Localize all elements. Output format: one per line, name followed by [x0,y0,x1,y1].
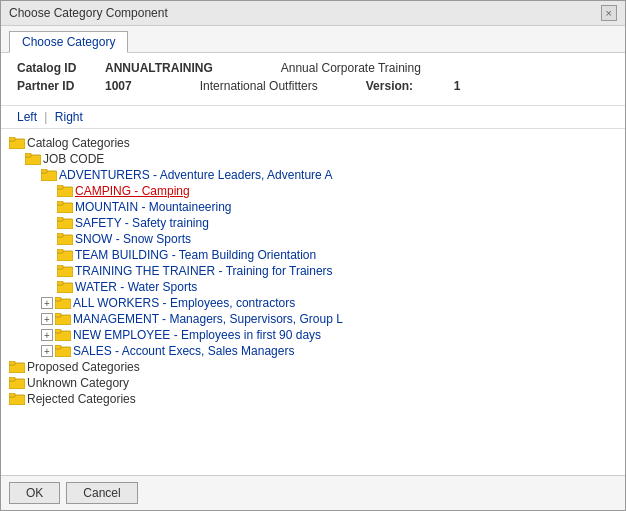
team-building-label[interactable]: TEAM BUILDING - Team Building Orientatio… [75,248,316,262]
management-expand-icon[interactable]: + [41,313,53,325]
version-label: Version: [366,79,446,93]
unknown-folder-icon [9,376,25,390]
team-building-item[interactable]: TEAM BUILDING - Team Building Orientatio… [9,247,617,263]
partner-id-label: Partner ID [17,79,97,93]
new-employee-expand-icon[interactable]: + [41,329,53,341]
camping-folder-icon [57,184,73,198]
svg-rect-23 [55,313,61,317]
safety-label[interactable]: SAFETY - Safety training [75,216,209,230]
svg-rect-3 [25,153,31,157]
content-area: Catalog ID ANNUALTRAINING Annual Corpora… [1,53,625,510]
mountain-item[interactable]: MOUNTAIN - Mountaineering [9,199,617,215]
water-folder-icon [57,280,73,294]
management-item[interactable]: + MANAGEMENT - Managers, Supervisors, Gr… [9,311,617,327]
sales-expand-icon[interactable]: + [41,345,53,357]
job-code-item[interactable]: JOB CODE [9,151,617,167]
training-label[interactable]: TRAINING THE TRAINER - Training for Trai… [75,264,333,278]
catalog-categories-folder-icon [9,136,25,150]
window-title: Choose Category Component [9,6,168,20]
camping-label[interactable]: CAMPING - Camping [75,184,190,198]
main-window: Choose Category Component × Choose Categ… [0,0,626,511]
svg-rect-19 [57,281,63,285]
svg-rect-7 [57,185,63,189]
adventurers-folder-icon [41,168,57,182]
svg-rect-29 [9,361,15,365]
svg-rect-21 [55,297,61,301]
svg-rect-1 [9,137,15,141]
catalog-id-value: ANNUALTRAINING [105,61,213,75]
mountain-label[interactable]: MOUNTAIN - Mountaineering [75,200,232,214]
svg-rect-25 [55,329,61,333]
title-bar: Choose Category Component × [1,1,625,26]
svg-rect-17 [57,265,63,269]
team-building-folder-icon [57,248,73,262]
water-item[interactable]: WATER - Water Sports [9,279,617,295]
ok-button[interactable]: OK [9,482,60,504]
all-workers-expand-icon[interactable]: + [41,297,53,309]
footer-bar: OK Cancel [1,475,625,510]
safety-item[interactable]: SAFETY - Safety training [9,215,617,231]
snow-label[interactable]: SNOW - Snow Sports [75,232,191,246]
rejected-categories-item[interactable]: Rejected Categories [9,391,617,407]
new-employee-item[interactable]: + NEW EMPLOYEE - Employees in first 90 d… [9,327,617,343]
svg-rect-11 [57,217,63,221]
adventurers-label[interactable]: ADVENTURERS - Adventure Leaders, Adventu… [59,168,332,182]
catalog-categories-item[interactable]: Catalog Categories [9,135,617,151]
new-employee-label[interactable]: NEW EMPLOYEE - Employees in first 90 day… [73,328,321,342]
job-code-folder-icon [25,152,41,166]
svg-rect-31 [9,377,15,381]
all-workers-label[interactable]: ALL WORKERS - Employees, contractors [73,296,295,310]
close-button[interactable]: × [601,5,617,21]
safety-folder-icon [57,216,73,230]
partner-row: Partner ID 1007 International Outfitters… [17,79,609,93]
adventurers-item[interactable]: ADVENTURERS - Adventure Leaders, Adventu… [9,167,617,183]
all-workers-item[interactable]: + ALL WORKERS - Employees, contractors [9,295,617,311]
left-right-nav: Left | Right [1,106,625,129]
left-link[interactable]: Left [17,110,37,124]
partner-desc: International Outfitters [200,79,318,93]
proposed-categories-item[interactable]: Proposed Categories [9,359,617,375]
svg-rect-5 [41,169,47,173]
cancel-button[interactable]: Cancel [66,482,137,504]
version-value: 1 [454,79,461,93]
svg-rect-13 [57,233,63,237]
svg-rect-15 [57,249,63,253]
rejected-categories-label: Rejected Categories [27,392,136,406]
snow-item[interactable]: SNOW - Snow Sports [9,231,617,247]
proposed-categories-label: Proposed Categories [27,360,140,374]
sales-label[interactable]: SALES - Account Execs, Sales Managers [73,344,294,358]
training-item[interactable]: TRAINING THE TRAINER - Training for Trai… [9,263,617,279]
new-employee-folder-icon [55,328,71,342]
tree-section: Catalog Categories JOB CODE [1,129,625,475]
svg-rect-9 [57,201,63,205]
all-workers-folder-icon [55,296,71,310]
management-folder-icon [55,312,71,326]
catalog-row: Catalog ID ANNUALTRAINING Annual Corpora… [17,61,609,75]
mountain-folder-icon [57,200,73,214]
catalog-id-desc: Annual Corporate Training [281,61,421,75]
catalog-id-label: Catalog ID [17,61,97,75]
sales-item[interactable]: + SALES - Account Execs, Sales Managers [9,343,617,359]
water-label[interactable]: WATER - Water Sports [75,280,197,294]
right-link[interactable]: Right [55,110,83,124]
training-folder-icon [57,264,73,278]
choose-category-tab[interactable]: Choose Category [9,31,128,53]
unknown-category-item[interactable]: Unknown Category [9,375,617,391]
svg-rect-27 [55,345,61,349]
unknown-category-label: Unknown Category [27,376,129,390]
proposed-folder-icon [9,360,25,374]
snow-folder-icon [57,232,73,246]
rejected-folder-icon [9,392,25,406]
info-section: Catalog ID ANNUALTRAINING Annual Corpora… [1,53,625,106]
svg-rect-33 [9,393,15,397]
nav-separator: | [44,110,47,124]
management-label[interactable]: MANAGEMENT - Managers, Supervisors, Grou… [73,312,343,326]
catalog-categories-label: Catalog Categories [27,136,130,150]
camping-item[interactable]: CAMPING - Camping [9,183,617,199]
tab-bar: Choose Category [1,26,625,53]
job-code-label: JOB CODE [43,152,104,166]
partner-id-value: 1007 [105,79,132,93]
sales-folder-icon [55,344,71,358]
